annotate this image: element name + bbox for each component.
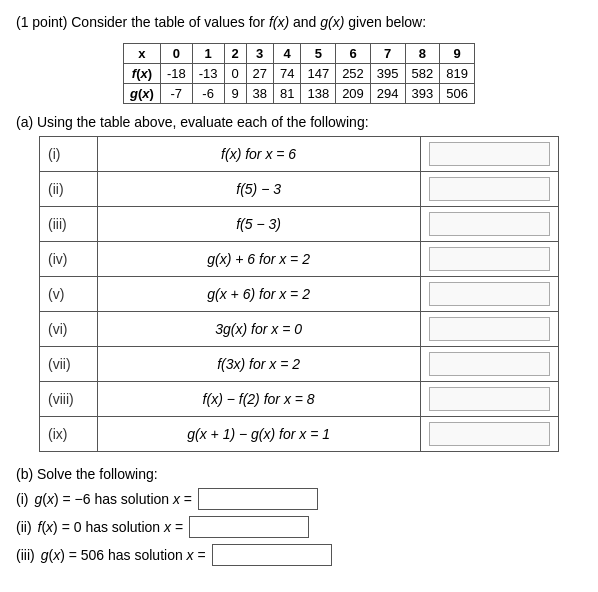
eval-table: (i)f(x) for x = 6(ii)f(5) − 3(iii)f(5 − …: [39, 136, 559, 452]
part-b-row: (iii) g(x) = 506 has solution x =: [16, 544, 582, 566]
row-number: (iv): [40, 242, 98, 277]
eval-table-row: (viii)f(x) − f(2) for x = 8: [40, 382, 559, 417]
value-table: x0123456789f(x)-18-130277414725239558281…: [123, 43, 475, 104]
row-expression: g(x + 6) for x = 2: [97, 277, 420, 312]
part-b-answer-input[interactable]: [198, 488, 318, 510]
and-text: and: [293, 14, 316, 30]
part-a-label: (a) Using the table above, evaluate each…: [16, 114, 582, 130]
answer-input[interactable]: [429, 387, 550, 411]
row-number: (vii): [40, 347, 98, 382]
eval-table-row: (ix)g(x + 1) − g(x) for x = 1: [40, 417, 559, 452]
part-b-answer-input[interactable]: [189, 516, 309, 538]
row-number: (v): [40, 277, 98, 312]
row-expression: f(5) − 3: [97, 172, 420, 207]
eval-table-row: (iii)f(5 − 3): [40, 207, 559, 242]
part-b-num: (i): [16, 491, 28, 507]
part-b-num: (ii): [16, 519, 32, 535]
answer-cell[interactable]: [420, 277, 558, 312]
answer-input[interactable]: [429, 422, 550, 446]
answer-cell[interactable]: [420, 417, 558, 452]
row-number: (viii): [40, 382, 98, 417]
eval-table-row: (i)f(x) for x = 6: [40, 137, 559, 172]
answer-cell[interactable]: [420, 207, 558, 242]
row-expression: f(x) for x = 6: [97, 137, 420, 172]
part-b: (b) Solve the following: (i) g(x) = −6 h…: [16, 466, 582, 566]
part-b-label: (b) Solve the following:: [16, 466, 582, 482]
answer-cell[interactable]: [420, 347, 558, 382]
answer-cell[interactable]: [420, 137, 558, 172]
answer-cell[interactable]: [420, 242, 558, 277]
intro-text: Consider the table of values for: [71, 14, 265, 30]
answer-cell[interactable]: [420, 312, 558, 347]
answer-input[interactable]: [429, 282, 550, 306]
gx-label: g(x): [320, 14, 344, 30]
row-expression: 3g(x) for x = 0: [97, 312, 420, 347]
row-expression: g(x + 1) − g(x) for x = 1: [97, 417, 420, 452]
part-b-expr: g(x) = 506 has solution x =: [41, 547, 206, 563]
row-number: (ix): [40, 417, 98, 452]
part-b-num: (iii): [16, 547, 35, 563]
part-b-answer-input[interactable]: [212, 544, 332, 566]
row-number: (ii): [40, 172, 98, 207]
row-number: (i): [40, 137, 98, 172]
points-label: (1 point): [16, 14, 67, 30]
row-expression: f(5 − 3): [97, 207, 420, 242]
answer-input[interactable]: [429, 177, 550, 201]
eval-table-row: (ii)f(5) − 3: [40, 172, 559, 207]
fx-label: f(x): [269, 14, 289, 30]
answer-input[interactable]: [429, 212, 550, 236]
eval-table-row: (vii)f(3x) for x = 2: [40, 347, 559, 382]
answer-cell[interactable]: [420, 382, 558, 417]
part-b-expr: g(x) = −6 has solution x =: [34, 491, 192, 507]
eval-table-row: (v)g(x + 6) for x = 2: [40, 277, 559, 312]
eval-table-row: (vi)3g(x) for x = 0: [40, 312, 559, 347]
row-number: (iii): [40, 207, 98, 242]
row-expression: f(3x) for x = 2: [97, 347, 420, 382]
row-expression: f(x) − f(2) for x = 8: [97, 382, 420, 417]
part-b-expr: f(x) = 0 has solution x =: [38, 519, 184, 535]
part-b-row: (i) g(x) = −6 has solution x =: [16, 488, 582, 510]
answer-input[interactable]: [429, 247, 550, 271]
row-number: (vi): [40, 312, 98, 347]
answer-input[interactable]: [429, 142, 550, 166]
eval-table-row: (iv)g(x) + 6 for x = 2: [40, 242, 559, 277]
given-text: given below:: [348, 14, 426, 30]
part-b-row: (ii) f(x) = 0 has solution x =: [16, 516, 582, 538]
answer-input[interactable]: [429, 317, 550, 341]
answer-cell[interactable]: [420, 172, 558, 207]
answer-input[interactable]: [429, 352, 550, 376]
row-expression: g(x) + 6 for x = 2: [97, 242, 420, 277]
problem-header: (1 point) Consider the table of values f…: [16, 12, 582, 33]
